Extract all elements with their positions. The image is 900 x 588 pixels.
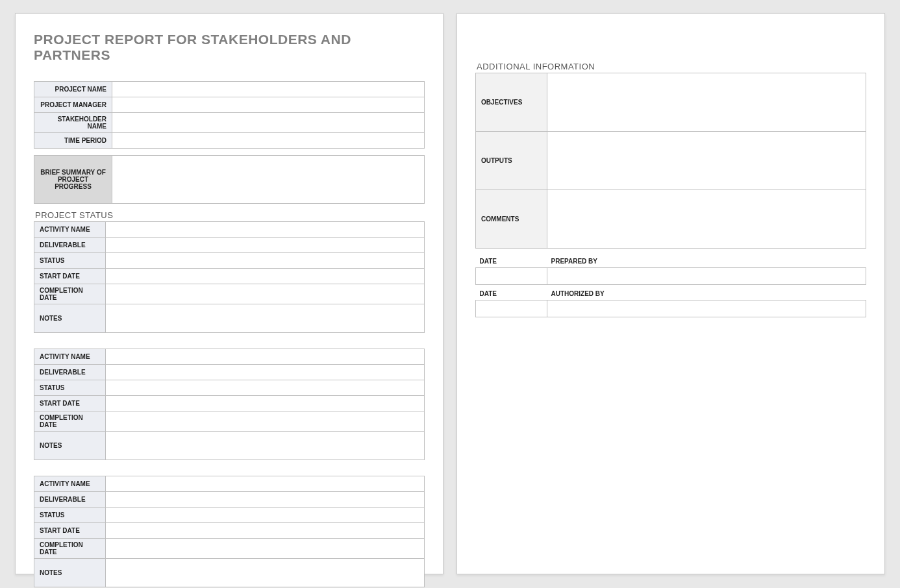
section-project-status: PROJECT STATUS	[35, 210, 425, 220]
value-project-manager[interactable]	[112, 97, 425, 113]
value-brief-summary[interactable]	[112, 156, 425, 204]
value-time-period[interactable]	[112, 133, 425, 149]
label-start-date: START DATE	[34, 269, 106, 284]
value-notes-2[interactable]	[106, 432, 425, 460]
label-start-date: START DATE	[34, 396, 106, 411]
label-brief-summary: BRIEF SUMMARY OF PROJECT PROGRESS	[34, 156, 112, 204]
label-activity-name: ACTIVITY NAME	[34, 222, 106, 238]
value-deliverable-1[interactable]	[106, 238, 425, 253]
label-stakeholder-name: STAKEHOLDER NAME	[34, 113, 112, 133]
authorized-by-table: DATE AUTHORIZED BY	[475, 288, 866, 317]
label-deliverable: DELIVERABLE	[34, 238, 106, 253]
value-completion-date-3[interactable]	[106, 539, 425, 559]
value-outputs[interactable]	[547, 132, 866, 190]
label-time-period: TIME PERIOD	[34, 133, 112, 149]
value-notes-3[interactable]	[106, 559, 425, 587]
label-prepared-by: PREPARED BY	[547, 255, 866, 268]
label-status: STATUS	[34, 380, 106, 396]
label-completion-date: COMPLETION DATE	[34, 411, 106, 432]
label-deliverable: DELIVERABLE	[34, 365, 106, 380]
page-right: ADDITIONAL INFORMATION OBJECTIVES OUTPUT…	[456, 13, 885, 574]
activity-block-1: ACTIVITY NAME DELIVERABLE STATUS START D…	[34, 221, 425, 333]
label-completion-date: COMPLETION DATE	[34, 539, 106, 559]
label-activity-name: ACTIVITY NAME	[34, 476, 106, 492]
value-notes-1[interactable]	[106, 304, 425, 333]
value-deliverable-2[interactable]	[106, 365, 425, 380]
value-start-date-3[interactable]	[106, 523, 425, 539]
value-completion-date-2[interactable]	[106, 411, 425, 432]
value-status-3[interactable]	[106, 508, 425, 523]
value-stakeholder-name[interactable]	[112, 113, 425, 133]
value-objectives[interactable]	[547, 73, 866, 132]
value-date-authorized[interactable]	[476, 300, 547, 317]
value-authorized-by[interactable]	[547, 300, 866, 317]
header-table: PROJECT NAME PROJECT MANAGER STAKEHOLDER…	[34, 81, 425, 149]
value-activity-name-3[interactable]	[106, 476, 425, 492]
label-deliverable: DELIVERABLE	[34, 492, 106, 508]
label-notes: NOTES	[34, 432, 106, 460]
value-start-date-1[interactable]	[106, 269, 425, 284]
value-activity-name-2[interactable]	[106, 349, 425, 365]
page-left: PROJECT REPORT FOR STAKEHOLDERS AND PART…	[15, 13, 444, 574]
value-start-date-2[interactable]	[106, 396, 425, 411]
label-status: STATUS	[34, 508, 106, 523]
label-outputs: OUTPUTS	[476, 132, 547, 190]
label-date-prepared: DATE	[476, 255, 547, 268]
value-deliverable-3[interactable]	[106, 492, 425, 508]
additional-info-table: OBJECTIVES OUTPUTS COMMENTS	[475, 73, 866, 249]
label-notes: NOTES	[34, 559, 106, 587]
activity-block-2: ACTIVITY NAME DELIVERABLE STATUS START D…	[34, 349, 425, 460]
section-additional-info: ADDITIONAL INFORMATION	[477, 62, 866, 71]
value-project-name[interactable]	[112, 82, 425, 97]
label-comments: COMMENTS	[476, 190, 547, 249]
label-date-authorized: DATE	[476, 288, 547, 300]
page-title: PROJECT REPORT FOR STAKEHOLDERS AND PART…	[34, 32, 425, 63]
label-status: STATUS	[34, 253, 106, 269]
summary-table: BRIEF SUMMARY OF PROJECT PROGRESS	[34, 155, 425, 204]
label-start-date: START DATE	[34, 523, 106, 539]
prepared-by-table: DATE PREPARED BY	[475, 255, 866, 285]
value-prepared-by[interactable]	[547, 268, 866, 285]
label-completion-date: COMPLETION DATE	[34, 284, 106, 304]
label-project-manager: PROJECT MANAGER	[34, 97, 112, 113]
value-date-prepared[interactable]	[476, 268, 547, 285]
label-objectives: OBJECTIVES	[476, 73, 547, 132]
value-status-1[interactable]	[106, 253, 425, 269]
value-comments[interactable]	[547, 190, 866, 249]
label-activity-name: ACTIVITY NAME	[34, 349, 106, 365]
label-project-name: PROJECT NAME	[34, 82, 112, 97]
value-status-2[interactable]	[106, 380, 425, 396]
value-completion-date-1[interactable]	[106, 284, 425, 304]
value-activity-name-1[interactable]	[106, 222, 425, 238]
label-authorized-by: AUTHORIZED BY	[547, 288, 866, 300]
label-notes: NOTES	[34, 304, 106, 333]
activity-block-3: ACTIVITY NAME DELIVERABLE STATUS START D…	[34, 476, 425, 587]
